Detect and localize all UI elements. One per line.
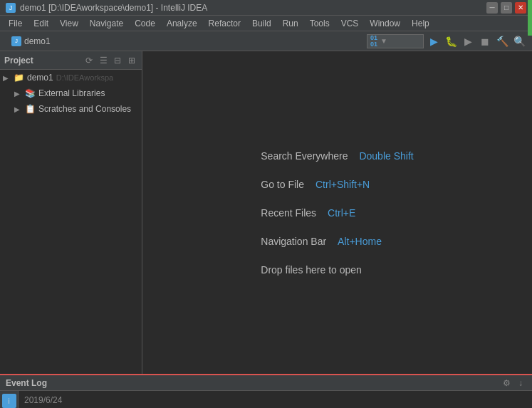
minimize-button[interactable]: ─ xyxy=(486,2,498,14)
debug-button[interactable]: 🐛 xyxy=(444,34,458,48)
run-controls: 0101 ▼ ▶ 🐛 ▶ ◼ 🔨 🔍 xyxy=(367,34,526,48)
event-log-close-btn[interactable]: ↓ xyxy=(515,377,526,389)
tree-path-demo1: D:\IDEAworkspa xyxy=(56,73,114,82)
menu-analyze[interactable]: Analyze xyxy=(161,17,203,30)
run-combo-arrow: ▼ xyxy=(380,37,387,45)
event-log-settings-btn[interactable]: ⚙ xyxy=(501,377,512,389)
hint-label-nav: Navigation Bar xyxy=(261,236,326,247)
hint-label-recent: Recent Files xyxy=(261,207,316,219)
top-area: J demo1 0101 ▼ ▶ 🐛 ▶ ◼ 🔨 🔍 xyxy=(0,31,532,51)
hint-go-to-file: Go to File Ctrl+Shift+N xyxy=(261,179,370,190)
hint-shortcut-nav: Alt+Home xyxy=(338,236,382,247)
library-icon: 📚 xyxy=(24,88,36,99)
menu-view[interactable]: View xyxy=(54,17,84,30)
tree-arrow-demo1: ▶ xyxy=(3,74,13,82)
menu-vcs[interactable]: VCS xyxy=(335,17,365,30)
content-area: Search Everywhere Double Shift Go to Fil… xyxy=(142,51,532,374)
run-configuration-combo[interactable]: 0101 ▼ xyxy=(367,34,424,48)
hint-label-search: Search Everywhere xyxy=(261,150,348,162)
title-bar-left: J demo1 [D:\IDEAworkspace\demo1] - Intel… xyxy=(6,3,207,13)
sidebar-header: Project ⟳ ☰ ⊟ ⊞ xyxy=(0,51,142,70)
hint-recent-files: Recent Files Ctrl+E xyxy=(261,207,355,219)
expand-all-icon[interactable]: ⊞ xyxy=(126,55,137,66)
close-button[interactable]: ✕ xyxy=(515,2,526,14)
event-log-content: i ⚠ ✕ 2019/6/24 9:45 Registration: Your … xyxy=(0,391,532,408)
settings-icon[interactable]: ☰ xyxy=(98,55,109,66)
log-date-1: 2019/6/24 xyxy=(24,395,526,405)
build-button[interactable]: 🔨 xyxy=(495,34,509,48)
app-icon: J xyxy=(6,3,16,13)
menu-window[interactable]: Window xyxy=(364,17,406,30)
run-button[interactable]: ▶ xyxy=(427,34,441,48)
menu-navigate[interactable]: Navigate xyxy=(84,17,129,30)
hint-shortcut-search: Double Shift xyxy=(359,150,413,162)
menu-file[interactable]: File xyxy=(3,17,28,30)
event-log-actions: ⚙ ↓ xyxy=(501,377,526,389)
hint-label-goto: Go to File xyxy=(261,179,304,190)
project-tab-label: demo1 xyxy=(24,36,51,46)
menu-refactor[interactable]: Refactor xyxy=(203,17,246,30)
menu-build[interactable]: Build xyxy=(246,17,277,30)
project-tab[interactable]: J demo1 xyxy=(6,34,56,48)
tree-label-external: External Libraries xyxy=(38,88,105,98)
scratches-icon: 📋 xyxy=(24,103,36,115)
hint-shortcut-goto: Ctrl+Shift+N xyxy=(315,179,370,190)
menu-bar: File Edit View Navigate Code Analyze Ref… xyxy=(0,16,532,31)
stop-button[interactable]: ◼ xyxy=(478,34,492,48)
tree-item-demo1[interactable]: ▶ 📁 demo1 D:\IDEAworkspa xyxy=(0,70,142,85)
maximize-button[interactable]: □ xyxy=(501,2,512,14)
run-with-coverage-button[interactable]: ▶ xyxy=(461,34,475,48)
project-sidebar: Project ⟳ ☰ ⊟ ⊞ ▶ 📁 demo1 D:\IDEAworkspa… xyxy=(0,51,142,374)
menu-run[interactable]: Run xyxy=(277,17,304,30)
event-log-info-btn[interactable]: i xyxy=(2,394,16,408)
title-bar: J demo1 [D:\IDEAworkspace\demo1] - Intel… xyxy=(0,0,532,16)
tree-item-scratches[interactable]: ▶ 📋 Scratches and Consoles xyxy=(0,101,142,117)
event-log-panel: Event Log ⚙ ↓ i ⚠ ✕ 2019/6/24 9:45 Regis… xyxy=(0,374,532,408)
event-log-sidebar: i ⚠ ✕ xyxy=(0,391,19,408)
event-log-messages: 2019/6/24 9:45 Registration: Your copy i… xyxy=(19,391,532,408)
collapse-all-icon[interactable]: ⊟ xyxy=(112,55,123,66)
title-bar-text: demo1 [D:\IDEAworkspace\demo1] - Intelli… xyxy=(20,3,207,13)
main-layout: Project ⟳ ☰ ⊟ ⊞ ▶ 📁 demo1 D:\IDEAworkspa… xyxy=(0,51,532,374)
menu-tools[interactable]: Tools xyxy=(304,17,335,30)
hint-list: Search Everywhere Double Shift Go to Fil… xyxy=(261,150,413,276)
hint-drop-files: Drop files here to open xyxy=(261,264,362,276)
sidebar-header-icons: ⟳ ☰ ⊟ ⊞ xyxy=(83,55,137,66)
hint-label-drop: Drop files here to open xyxy=(261,264,362,276)
hint-navigation-bar: Navigation Bar Alt+Home xyxy=(261,236,382,247)
tree-label-demo1: demo1 xyxy=(27,73,53,83)
sidebar-title: Project xyxy=(4,56,33,66)
menu-edit[interactable]: Edit xyxy=(28,17,54,30)
sync-icon[interactable]: ⟳ xyxy=(83,55,95,66)
tree-arrow-external: ▶ xyxy=(14,90,24,98)
title-bar-controls: ─ □ ✕ xyxy=(486,2,526,14)
tree-arrow-scratches: ▶ xyxy=(14,105,24,113)
search-button[interactable]: 🔍 xyxy=(512,34,526,48)
hint-search-everywhere: Search Everywhere Double Shift xyxy=(261,150,413,162)
project-tab-icon: J xyxy=(11,36,21,46)
menu-code[interactable]: Code xyxy=(129,17,161,30)
hint-shortcut-recent: Ctrl+E xyxy=(328,207,355,219)
tree-label-scratches: Scratches and Consoles xyxy=(38,104,131,114)
folder-icon-demo1: 📁 xyxy=(13,72,24,83)
event-log-title: Event Log xyxy=(6,378,47,388)
tree-item-external-libraries[interactable]: ▶ 📚 External Libraries xyxy=(0,85,142,101)
menu-help[interactable]: Help xyxy=(406,17,435,30)
event-log-header: Event Log ⚙ ↓ xyxy=(0,375,532,391)
